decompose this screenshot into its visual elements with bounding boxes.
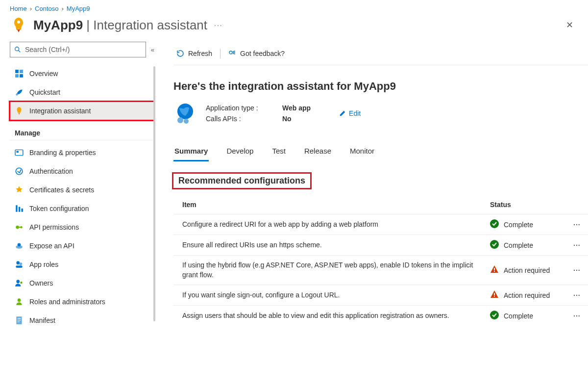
manifest-icon <box>15 316 24 325</box>
svg-point-17 <box>16 261 20 264</box>
sidebar-item-label: Branding & properties <box>29 149 96 157</box>
svg-rect-35 <box>494 293 495 295</box>
sidebar-item-label: Expose an API <box>29 242 74 250</box>
table-row: Ensure all redirect URIs use an https sc… <box>173 235 588 255</box>
tab-test[interactable]: Test <box>271 145 287 161</box>
warning-icon <box>490 265 499 275</box>
sidebar-item-label: API permissions <box>29 223 79 231</box>
sidebar-item-expose-an-api[interactable]: Expose an API <box>10 237 154 255</box>
sidebar-section-manage: Manage <box>10 120 154 140</box>
svg-rect-34 <box>494 271 495 272</box>
row-text: Ensure all redirect URIs use an https sc… <box>173 240 490 250</box>
sidebar-item-authentication[interactable]: Authentication <box>10 162 154 181</box>
svg-rect-6 <box>20 74 23 78</box>
svg-point-7 <box>16 93 18 96</box>
svg-point-32 <box>490 240 499 249</box>
sidebar-item-label: Quickstart <box>29 88 60 96</box>
refresh-icon <box>176 50 184 57</box>
sidebar-item-app-roles[interactable]: App roles <box>10 255 154 274</box>
pencil-icon <box>339 110 346 117</box>
svg-point-10 <box>16 168 23 175</box>
close-icon[interactable]: ✕ <box>561 17 578 33</box>
svg-point-20 <box>16 280 20 283</box>
rocket-icon <box>10 16 27 34</box>
rocket-icon <box>15 106 24 115</box>
svg-rect-5 <box>15 74 19 78</box>
svg-rect-13 <box>22 209 23 212</box>
main-content: Refresh Got feedback? Here's the integra… <box>157 42 588 335</box>
sidebar-item-certificates-secrets[interactable]: Certificates & secrets <box>10 181 154 199</box>
column-header-item: Item <box>173 201 490 209</box>
row-more-icon[interactable]: ··· <box>573 241 588 249</box>
svg-rect-25 <box>18 320 21 320</box>
sidebar-item-integration-assistant[interactable]: Integration assistant <box>10 102 154 120</box>
table-row: If you want single sign-out, configure a… <box>173 285 588 305</box>
recommendations-table: Item Status Configure a redirect URI for… <box>173 197 588 326</box>
cert-icon <box>15 185 24 194</box>
row-text: Configure a redirect URI for a web app b… <box>173 220 490 230</box>
svg-point-31 <box>490 219 499 228</box>
sidebar-item-token-configuration[interactable]: Token configuration <box>10 199 154 218</box>
more-icon[interactable]: ··· <box>214 21 223 29</box>
sidebar-item-branding-properties[interactable]: Branding & properties <box>10 143 154 162</box>
warning-icon <box>490 290 499 300</box>
api-perm-icon <box>15 223 24 232</box>
row-status: Action required <box>490 265 573 275</box>
sidebar-item-api-permissions[interactable]: API permissions <box>10 218 154 237</box>
tab-summary[interactable]: Summary <box>173 145 209 161</box>
row-more-icon[interactable]: ··· <box>573 291 588 299</box>
svg-point-30 <box>184 119 189 124</box>
breadcrumb: Home › Contoso › MyApp9 <box>0 0 588 14</box>
svg-rect-11 <box>16 205 17 212</box>
sidebar-item-roles-and-administrators[interactable]: Roles and administrators <box>10 292 154 311</box>
sidebar-item-label: Integration assistant <box>29 107 91 115</box>
search-input[interactable]: Search (Ctrl+/) <box>10 42 146 57</box>
svg-rect-36 <box>494 296 495 297</box>
search-placeholder: Search (Ctrl+/) <box>25 46 70 53</box>
svg-point-16 <box>18 243 21 246</box>
tab-develop[interactable]: Develop <box>225 145 254 161</box>
meta-key: Application type : <box>206 104 274 112</box>
check-icon <box>490 240 499 250</box>
tab-release[interactable]: Release <box>303 145 332 161</box>
row-status: Complete <box>490 219 573 230</box>
row-text: Assign users that should be able to view… <box>173 311 490 321</box>
svg-point-0 <box>17 21 20 24</box>
svg-point-29 <box>177 117 183 123</box>
sidebar-item-owners[interactable]: Owners <box>10 274 154 292</box>
edit-button[interactable]: Edit <box>339 109 361 117</box>
refresh-button[interactable]: Refresh <box>173 48 215 59</box>
collapse-sidebar-icon[interactable]: « <box>151 46 154 53</box>
svg-point-22 <box>18 298 21 302</box>
page-header: MyApp9 | Integration assistant ··· ✕ <box>0 14 588 42</box>
svg-line-2 <box>19 51 21 53</box>
sidebar-item-label: Manifest <box>29 316 55 324</box>
owners-icon <box>15 279 24 288</box>
feedback-button[interactable]: Got feedback? <box>225 48 288 59</box>
chevron-right-icon: › <box>61 5 63 12</box>
row-more-icon[interactable]: ··· <box>573 221 588 229</box>
row-status: Complete <box>490 311 573 321</box>
sidebar-item-overview[interactable]: Overview <box>10 64 154 83</box>
sidebar-item-quickstart[interactable]: Quickstart <box>10 83 154 102</box>
row-more-icon[interactable]: ··· <box>573 312 588 320</box>
breadcrumb-link[interactable]: MyApp9 <box>67 5 90 12</box>
svg-point-21 <box>20 282 23 284</box>
svg-point-27 <box>229 51 232 54</box>
row-more-icon[interactable]: ··· <box>573 266 588 274</box>
sidebar-item-manifest[interactable]: Manifest <box>10 311 154 330</box>
sidebar-item-label: Token configuration <box>29 205 89 212</box>
sidebar-item-label: App roles <box>29 261 58 268</box>
meta-key: Calls APIs : <box>206 115 274 123</box>
tab-monitor[interactable]: Monitor <box>349 145 375 161</box>
sidebar-item-label: Authentication <box>29 167 73 175</box>
sidebar-item-label: Owners <box>29 279 53 287</box>
breadcrumb-link[interactable]: Home <box>10 5 27 12</box>
section-heading: Here's the integration assistant for MyA… <box>173 80 588 93</box>
expose-api-icon <box>15 241 24 250</box>
breadcrumb-link[interactable]: Contoso <box>35 5 58 12</box>
sidebar-item-label: Overview <box>29 70 58 78</box>
scrollbar[interactable] <box>153 66 155 321</box>
column-header-status: Status <box>490 201 588 209</box>
overview-icon <box>15 69 24 78</box>
